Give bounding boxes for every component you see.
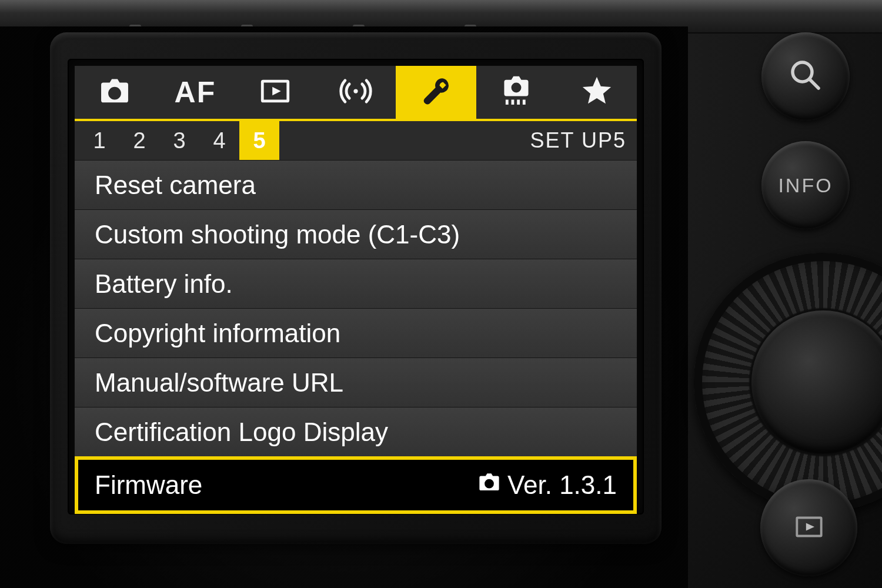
- svg-rect-2: [506, 100, 509, 105]
- page-number: 5: [253, 128, 265, 153]
- tab-wireless[interactable]: [316, 66, 396, 119]
- menu-page-row: 1 2 3 4 5 SET UP5: [75, 121, 637, 160]
- menu-page-2[interactable]: 2: [119, 121, 159, 160]
- menu-page-3[interactable]: 3: [159, 121, 199, 160]
- firmware-version: Ver. 1.3.1: [507, 470, 617, 500]
- menu-item-list: Reset camera Custom shooting mode (C1-C3…: [75, 160, 637, 514]
- tab-custom-functions[interactable]: [476, 66, 557, 119]
- custom-fn-icon: [499, 74, 533, 111]
- menu-screen: AF: [75, 66, 637, 507]
- camera-icon: [477, 470, 502, 500]
- tab-setup[interactable]: [396, 66, 476, 119]
- menu-item-label: Certification Logo Display: [95, 417, 388, 447]
- camera-body: AF: [0, 0, 882, 588]
- wrench-icon: [419, 74, 453, 111]
- menu-item-label: Custom shooting mode (C1-C3): [95, 220, 460, 249]
- menu-item-certification-logo-display[interactable]: Certification Logo Display: [75, 407, 637, 456]
- page-number: 3: [173, 128, 185, 153]
- menu-item-firmware[interactable]: Firmware Ver. 1.3.1: [75, 456, 637, 514]
- menu-tab-bar: AF: [75, 66, 637, 121]
- menu-item-custom-shooting-mode[interactable]: Custom shooting mode (C1-C3): [75, 209, 637, 259]
- playback-button[interactable]: [760, 479, 857, 576]
- menu-item-label: Battery info.: [95, 269, 233, 299]
- menu-item-value: Ver. 1.3.1: [477, 470, 617, 500]
- star-icon: [580, 74, 614, 111]
- playback-icon: [791, 509, 827, 547]
- tab-playback[interactable]: [235, 66, 316, 119]
- lcd-glass: AF: [68, 59, 644, 514]
- menu-item-manual-software-url[interactable]: Manual/software URL: [75, 358, 637, 407]
- page-number: 2: [133, 128, 145, 153]
- tab-autofocus[interactable]: AF: [155, 66, 236, 119]
- menu-item-copyright-information[interactable]: Copyright information: [75, 308, 637, 358]
- playback-icon: [258, 74, 292, 111]
- menu-page-4[interactable]: 4: [199, 121, 239, 160]
- menu-item-label: Reset camera: [95, 171, 256, 200]
- wireless-icon: [339, 74, 373, 111]
- svg-point-6: [793, 62, 812, 82]
- magnify-icon: [786, 56, 825, 97]
- lcd-bezel: AF: [50, 32, 662, 544]
- svg-rect-3: [512, 100, 514, 105]
- menu-item-label: Firmware: [95, 470, 202, 500]
- menu-page-5[interactable]: 5: [239, 121, 279, 160]
- svg-point-1: [353, 89, 358, 93]
- page-number: 1: [93, 128, 105, 153]
- menu-item-battery-info[interactable]: Battery info.: [75, 259, 637, 308]
- info-button-label: INFO: [778, 174, 833, 197]
- menu-page-1[interactable]: 1: [79, 121, 119, 160]
- tab-shooting[interactable]: [75, 66, 155, 119]
- camera-icon: [98, 74, 132, 111]
- menu-item-reset-camera[interactable]: Reset camera: [75, 160, 637, 209]
- menu-breadcrumb: SET UP5: [530, 128, 626, 153]
- magnify-button[interactable]: [761, 32, 850, 121]
- info-button[interactable]: INFO: [761, 141, 850, 229]
- svg-rect-5: [523, 100, 526, 105]
- tab-mymenu[interactable]: [556, 66, 637, 119]
- page-number: 4: [213, 128, 225, 153]
- menu-item-label: Copyright information: [95, 319, 340, 348]
- menu-item-label: Manual/software URL: [95, 368, 343, 397]
- af-text-icon: AF: [175, 75, 216, 109]
- svg-rect-4: [517, 100, 520, 105]
